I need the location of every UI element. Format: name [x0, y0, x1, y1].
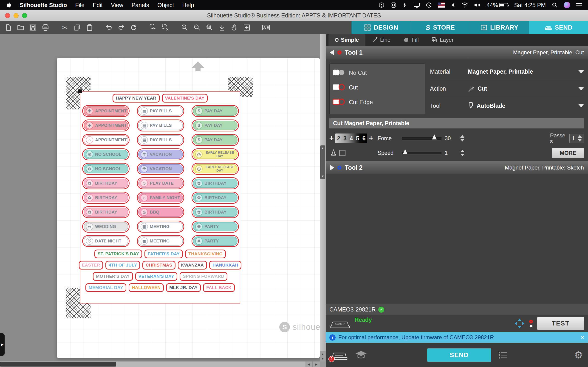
tab-fill[interactable]: Fill [397, 34, 425, 46]
fit-to-page-icon[interactable] [242, 23, 251, 33]
redo-icon[interactable] [117, 23, 126, 33]
option-cut[interactable]: Cut [332, 80, 422, 95]
sticker-tag[interactable]: VETERAN'S DAY [135, 272, 178, 281]
sticker-tag[interactable]: MOTHER'S DAY [93, 272, 133, 281]
sticker-tag[interactable]: THANKSGIVING [185, 250, 226, 258]
menu-clock[interactable]: Sat 4:25 PM [514, 2, 546, 8]
sticker-pill[interactable]: ✚APPOINTMENT [82, 119, 130, 131]
deselect-tool-icon[interactable] [161, 23, 170, 33]
tool1-header[interactable]: Tool 1 Magnet Paper, Printable: Cut [326, 46, 588, 59]
menu-view[interactable]: View [111, 2, 123, 8]
sticker-tag[interactable]: FALL BACK [203, 283, 235, 292]
machine-name-row[interactable]: CAMEO3-29821R ✓ [326, 304, 588, 315]
option-cut-edge[interactable]: Cut Edge [332, 95, 422, 109]
passes-value[interactable]: 1 [572, 135, 575, 142]
move-arrows-icon[interactable] [514, 318, 525, 329]
apple-menu-icon[interactable] [6, 2, 11, 8]
test-square-icon[interactable] [339, 150, 346, 156]
scroll-right-arrow[interactable]: ▶ [312, 361, 320, 367]
sticker-pill[interactable]: ☺PLAY DATE [137, 177, 184, 189]
canvas-workspace[interactable]: HAPPY NEW YEARVALENTINE'S DAY✚APPOINTMEN… [0, 34, 326, 367]
cut-scissors-icon[interactable]: ✂ [60, 23, 69, 33]
wifi-icon[interactable] [461, 2, 468, 8]
blade-adjust-icon[interactable] [329, 149, 338, 157]
tab-layer[interactable]: Layer [425, 34, 460, 46]
job-queue-icon[interactable] [498, 350, 508, 360]
sticker-tag[interactable]: VALENTINE'S DAY [162, 94, 208, 102]
action-dropdown[interactable]: Cut [468, 85, 584, 92]
sticker-pill[interactable]: ✚APPOINTMENT [82, 105, 130, 117]
sticker-pill[interactable]: ⊘NO SCHOOL [82, 163, 130, 175]
collapse-tool1-icon[interactable] [330, 50, 334, 56]
refresh-icon[interactable] [129, 23, 138, 33]
display-icon[interactable] [414, 2, 420, 8]
menu-file[interactable]: File [75, 2, 85, 8]
sticker-pill[interactable]: ✿BIRTHDAY [191, 206, 239, 218]
sticker-pill[interactable]: ∩APPOINTMENT [82, 134, 130, 146]
blade-right-marker-icon[interactable]: ✛ [369, 135, 373, 141]
tab-line[interactable]: Line [365, 34, 397, 46]
sticker-pill[interactable]: ✿BIRTHDAY [82, 206, 130, 218]
sticker-tag[interactable]: ST. PATRICK'S DAY [95, 250, 142, 258]
speed-slider[interactable] [402, 152, 441, 154]
sticker-tag[interactable]: CHRISTMAS [142, 261, 175, 269]
more-button[interactable]: MORE [552, 148, 584, 158]
sticker-pill[interactable]: ▤PAY BILLS [137, 105, 184, 117]
expand-tool2-icon[interactable] [330, 165, 334, 171]
save-icon[interactable] [28, 23, 38, 33]
sticker-pill[interactable]: ✿BIRTHDAY [82, 192, 130, 204]
speed-stepper[interactable] [460, 150, 464, 156]
force-slider[interactable] [402, 137, 441, 140]
minimize-window-button[interactable] [14, 13, 19, 18]
material-dropdown[interactable]: Magnet Paper, Printable [468, 68, 584, 75]
sticker-tag[interactable]: EASTER [79, 261, 103, 269]
parallels-icon[interactable] [379, 2, 384, 8]
tutorials-cap-icon[interactable] [355, 350, 367, 360]
sticker-pill[interactable]: ∞WEDDING [82, 221, 130, 233]
sticker-pill[interactable]: ◷EARLY RELEASE DAY [191, 148, 239, 160]
test-button[interactable]: TEST [537, 317, 584, 330]
tab-simple[interactable]: Simple [329, 34, 365, 46]
speed-value[interactable]: 1 [445, 150, 457, 156]
sticker-pill[interactable]: ✿BIRTHDAY [82, 177, 130, 189]
tab-send[interactable]: SEND [529, 21, 588, 34]
tool-dropdown[interactable]: AutoBlade [468, 102, 584, 109]
send-button[interactable]: SEND [427, 348, 491, 362]
cutter-device-button[interactable]: 2 [331, 349, 348, 361]
print-icon[interactable] [41, 23, 50, 33]
time-machine-icon[interactable] [426, 2, 432, 8]
sticker-tag[interactable]: FATHER'S DAY [145, 250, 183, 258]
sticker-pill[interactable]: $PAY DAY [191, 105, 239, 117]
horizontal-scrollbar[interactable]: ◀ ▶ [0, 361, 320, 367]
sticker-tag[interactable]: MEMORIAL DAY [86, 283, 126, 292]
scroll-left-arrow[interactable]: ◀ [305, 361, 312, 367]
zoom-selection-icon[interactable] [205, 23, 214, 33]
siri-icon[interactable] [564, 2, 570, 8]
menu-object[interactable]: Object [157, 2, 174, 8]
zoom-out-icon[interactable] [192, 23, 202, 33]
instagram-icon[interactable] [390, 2, 397, 8]
tab-design[interactable]: DESIGN [351, 21, 411, 34]
vertical-scrollbar[interactable]: ▲▼ ▲▼ [320, 34, 326, 361]
close-notice-icon[interactable]: × [581, 334, 584, 341]
sticker-pill[interactable]: ✿BIRTHDAY [191, 192, 239, 204]
menu-panels[interactable]: Panels [132, 2, 149, 8]
sticker-tag[interactable]: MLK JR. DAY [166, 283, 201, 292]
menu-help[interactable]: Help [182, 2, 194, 8]
select-tool-icon[interactable] [148, 23, 157, 33]
vertical-scrollbar-arrows[interactable]: ▲▼ [320, 351, 326, 361]
tab-library[interactable]: LIBRARY [470, 21, 529, 34]
force-value[interactable]: 30 [445, 135, 457, 142]
sticker-pill[interactable]: ✹PARTY [191, 235, 239, 247]
sticker-pill[interactable]: $PAY DAY [191, 134, 239, 146]
menu-edit[interactable]: Edit [93, 2, 103, 8]
sticker-pill[interactable]: ▦MEETING [137, 221, 184, 233]
pan-hand-icon[interactable] [230, 23, 239, 33]
battery-indicator[interactable]: 44% [486, 2, 508, 8]
notification-center-icon[interactable] [576, 2, 582, 8]
settings-gear-icon[interactable]: ⚙ [574, 350, 583, 360]
sticker-tag[interactable]: KWANZAA [178, 261, 207, 269]
open-file-icon[interactable] [16, 23, 25, 33]
bluetooth-icon[interactable] [451, 2, 455, 8]
copy-icon[interactable] [73, 23, 82, 33]
